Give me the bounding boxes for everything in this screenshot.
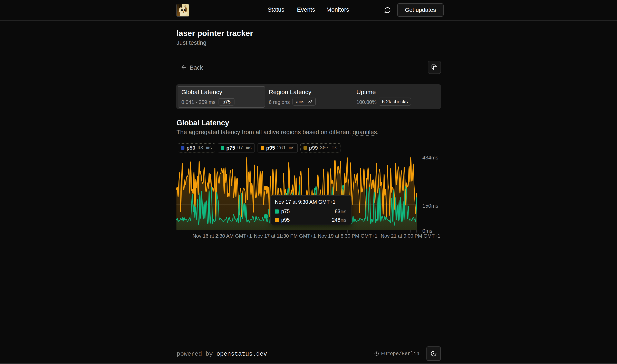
svg-text:Nov 16 at 2:30 AM GMT+1: Nov 16 at 2:30 AM GMT+1 — [193, 233, 252, 239]
svg-text:Nov 19 at 8:30 PM GMT+1: Nov 19 at 8:30 PM GMT+1 — [318, 233, 377, 239]
svg-text:Nov 21 at 9:00 PM GMT+1: Nov 21 at 9:00 PM GMT+1 — [381, 233, 440, 239]
svg-text:150ms: 150ms — [422, 203, 438, 209]
svg-text:434ms: 434ms — [422, 155, 438, 161]
svg-text:Nov 17 at 11:30 PM GMT+1: Nov 17 at 11:30 PM GMT+1 — [254, 233, 316, 239]
